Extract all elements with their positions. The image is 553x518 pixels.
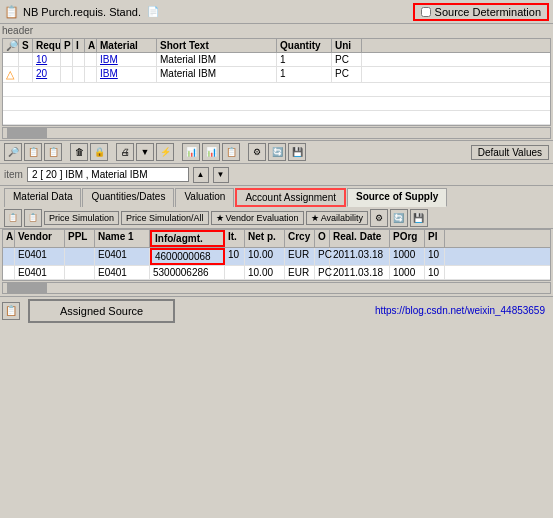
col-header-s: S [19, 39, 33, 52]
toolbar-btn-5[interactable]: ⚡ [156, 143, 174, 161]
upper-table: 🔎 S Requi P I A Material Short Text Quan… [2, 38, 551, 126]
vendor-eval-icon: ★ [216, 213, 224, 223]
lower-row1-a [3, 248, 15, 265]
lower-row1-o: PC [315, 248, 330, 265]
lower-table: A Vendor PPL Name 1 Info/agmt. It. Net p… [2, 229, 551, 281]
row2-p [61, 67, 73, 82]
availability-button[interactable]: ★ Availability [306, 211, 368, 225]
toolbar-btn-delete[interactable]: 🗑 [70, 143, 88, 161]
toolbar-btn-7[interactable]: 📊 [202, 143, 220, 161]
lower-col-header-pl: Pl [425, 230, 445, 247]
lower-col-header-ppl: PPL [65, 230, 95, 247]
toolbar-btn-print[interactable]: 🖨 [116, 143, 134, 161]
lower-row2-o: PC [315, 266, 330, 279]
row2-s [19, 67, 33, 82]
lower-col-header-vendor: Vendor [15, 230, 65, 247]
lower-row1-it: 10 [225, 248, 245, 265]
sub-toolbar-icon3[interactable]: ⚙ [370, 209, 388, 227]
vendor-evaluation-button[interactable]: ★ Vendor Evaluation [211, 211, 304, 225]
toolbar-btn-10[interactable]: 🔄 [268, 143, 286, 161]
toolbar-btn-11[interactable]: 💾 [288, 143, 306, 161]
source-determination-checkbox[interactable] [421, 7, 431, 17]
row2-warn-icon: △ [3, 67, 19, 82]
table-row[interactable]: 10 IBM Material IBM 1 PC [3, 53, 550, 67]
row1-material[interactable]: IBM [97, 53, 157, 66]
lower-col-header-o: O [315, 230, 330, 247]
tab-material-data[interactable]: Material Data [4, 188, 81, 207]
tab-quantities-dates[interactable]: Quantities/Dates [82, 188, 174, 207]
toolbar-btn-filter[interactable]: ▼ [136, 143, 154, 161]
bottom-icon1[interactable]: 📋 [2, 302, 20, 320]
lower-row2-porg: 1000 [390, 266, 425, 279]
lower-row2-real: 2011.03.18 [330, 266, 390, 279]
lower-row2-name1: E0401 [95, 266, 150, 279]
row1-short: Material IBM [157, 53, 277, 66]
lower-row1-pl: 10 [425, 248, 445, 265]
toolbar-btn-6[interactable]: 📊 [182, 143, 200, 161]
price-simulation-all-button[interactable]: Price Simulation/All [121, 211, 209, 225]
lower-row1-ppl [65, 248, 95, 265]
table-row-empty [3, 111, 550, 125]
upper-table-header: 🔎 S Requi P I A Material Short Text Quan… [3, 39, 550, 53]
default-values-button[interactable]: Default Values [471, 145, 549, 160]
tab-valuation[interactable]: Valuation [175, 188, 234, 207]
col-header-i: I [73, 39, 85, 52]
item-label: item [4, 169, 23, 180]
row2-qty: 1 [277, 67, 332, 82]
col-header-qty: Quantity [277, 39, 332, 52]
top-bar-title: NB Purch.requis. Stand. [23, 6, 141, 18]
sub-toolbar-icon2[interactable]: 📋 [24, 209, 42, 227]
toolbar-btn-9[interactable]: ⚙ [248, 143, 266, 161]
sub-toolbar-icon4[interactable]: 🔄 [390, 209, 408, 227]
toolbar-btn-2[interactable]: 📋 [24, 143, 42, 161]
sub-toolbar-icon1[interactable]: 📋 [4, 209, 22, 227]
row2-a [85, 67, 97, 82]
lower-col-header-porg: POrg [390, 230, 425, 247]
lower-row2-netp: 10.00 [245, 266, 285, 279]
lower-table-row[interactable]: E0401 E0401 4600000068 10 10.00 EUR PC 2… [3, 248, 550, 266]
row1-requi[interactable]: 10 [33, 53, 61, 66]
lower-table-hscroll[interactable] [2, 282, 551, 294]
tab-account-assignment[interactable]: Account Assignment [235, 188, 346, 207]
lower-row2-it [225, 266, 245, 279]
top-bar: 📋 NB Purch.requis. Stand. 📄 Source Deter… [0, 0, 553, 24]
copy-icon: 📄 [147, 6, 159, 17]
row1-uni: PC [332, 53, 362, 66]
row2-uni: PC [332, 67, 362, 82]
item-value: 2 [ 20 ] IBM , Material IBM [27, 167, 189, 182]
row2-requi[interactable]: 20 [33, 67, 61, 82]
table-row[interactable]: △ 20 IBM Material IBM 1 PC [3, 67, 550, 83]
toolbar-btn-1[interactable]: 🔎 [4, 143, 22, 161]
tab-source-of-supply[interactable]: Source of Supply [347, 188, 447, 207]
lower-hscroll-thumb[interactable] [7, 283, 47, 293]
lower-table-row[interactable]: E0401 E0401 5300006286 10.00 EUR PC 2011… [3, 266, 550, 280]
row1-s [19, 53, 33, 66]
sub-toolbar-icon5[interactable]: 💾 [410, 209, 428, 227]
col-header-requi: Requi [33, 39, 61, 52]
row2-material[interactable]: IBM [97, 67, 157, 82]
sub-toolbar: 📋 📋 Price Simulation Price Simulation/Al… [0, 207, 553, 229]
lower-row1-real: 2011.03.18 [330, 248, 390, 265]
col-header-p: P [61, 39, 73, 52]
upper-table-hscroll[interactable] [2, 127, 551, 139]
lower-row1-crcy: EUR [285, 248, 315, 265]
lower-row2-pl: 10 [425, 266, 445, 279]
lower-col-header-it: It. [225, 230, 245, 247]
hscroll-thumb[interactable] [7, 128, 47, 138]
price-simulation-button[interactable]: Price Simulation [44, 211, 119, 225]
item-nav-up[interactable]: ▲ [193, 167, 209, 183]
lower-row2-ppl [65, 266, 95, 279]
bottom-link: https://blog.csdn.net/weixin_44853659 [375, 305, 545, 316]
lower-col-header-name1: Name 1 [95, 230, 150, 247]
row1-qty: 1 [277, 53, 332, 66]
col-header-short: Short Text [157, 39, 277, 52]
lower-col-header-netp: Net p. [245, 230, 285, 247]
lower-row1-vendor: E0401 [15, 248, 65, 265]
item-nav-down[interactable]: ▼ [213, 167, 229, 183]
col-header-uni: Uni [332, 39, 362, 52]
toolbar-btn-8[interactable]: 📋 [222, 143, 240, 161]
toolbar-btn-3[interactable]: 📋 [44, 143, 62, 161]
assigned-source-button[interactable]: Assigned Source [28, 299, 175, 323]
lower-col-header-crcy: Crcy [285, 230, 315, 247]
toolbar-btn-lock[interactable]: 🔒 [90, 143, 108, 161]
